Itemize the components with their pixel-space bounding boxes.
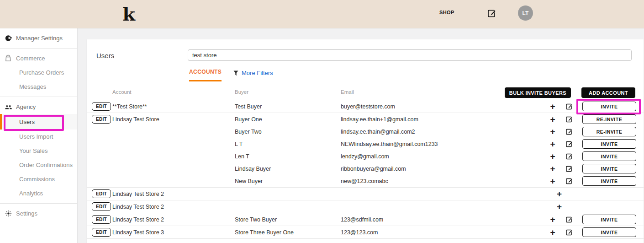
edit-button[interactable]: EDIT: [92, 215, 111, 224]
sidebar-item-commissions[interactable]: Commissions: [0, 172, 77, 186]
account-group-row: EDIT Lindsay Test Store 2 Store Two Buye…: [87, 213, 644, 226]
edit-note-icon[interactable]: [561, 165, 577, 173]
search-input[interactable]: [188, 49, 632, 61]
sidebar-item-purchase-orders[interactable]: Purchase Orders: [0, 65, 77, 80]
account-name: **Test Store**: [112, 100, 235, 113]
invite-button[interactable]: RE-INVITE: [582, 114, 636, 124]
edit-button[interactable]: EDIT: [92, 115, 111, 124]
edit-button[interactable]: EDIT: [92, 102, 111, 111]
buyer-name: L T: [235, 141, 341, 147]
buyer-row: Buyer Two lindsay.ee.thain@gmail.com2 + …: [235, 125, 644, 138]
plus-icon[interactable]: +: [550, 164, 555, 173]
plus-icon[interactable]: +: [550, 152, 555, 161]
account-name: Lindsay Test Store 2: [112, 188, 235, 200]
buyer-name: Buyer One: [235, 116, 341, 123]
shopping-bag-icon: [5, 54, 12, 62]
buyer-row: New Buyer new@123.comabc + INVITE: [235, 175, 644, 187]
sidebar-item-label: Settings: [16, 210, 37, 217]
invite-button[interactable]: INVITE: [582, 227, 636, 237]
plus-icon[interactable]: +: [550, 215, 555, 224]
plus-icon[interactable]: +: [550, 228, 555, 237]
sidebar-section: CommercePurchase OrdersMessages: [0, 49, 77, 97]
edit-note-icon[interactable]: [561, 152, 577, 160]
plus-icon[interactable]: +: [557, 189, 562, 198]
invite-button[interactable]: INVITE: [582, 215, 636, 224]
buyer-email: 123@sdfmil.com: [341, 216, 544, 223]
plus-icon[interactable]: +: [550, 115, 555, 124]
more-filters-button[interactable]: More Filters: [233, 70, 273, 76]
edit-note-icon[interactable]: [561, 140, 577, 148]
edit-note-icon[interactable]: [561, 216, 577, 223]
buyer-row: L T NEWlindsay.ee.thain@gmail.com1233 + …: [235, 138, 644, 150]
sidebar-item-label: Analytics: [19, 190, 43, 197]
tab-accounts[interactable]: ACCOUNTS: [189, 69, 222, 81]
column-header-account: Account: [112, 89, 132, 95]
edit-note-icon[interactable]: [561, 128, 577, 135]
sidebar-item-agency[interactable]: Agency: [0, 100, 77, 114]
edit-button[interactable]: EDIT: [92, 189, 111, 198]
sidebar-item-label: Commerce: [16, 55, 45, 62]
plus-icon[interactable]: +: [550, 140, 555, 148]
sidebar-section: AgencyUsersUsers ImportYour SalesOrder C…: [0, 97, 77, 204]
sidebar-item-analytics[interactable]: Analytics: [0, 186, 77, 200]
sidebar-item-messages[interactable]: Messages: [0, 80, 77, 94]
invite-button[interactable]: RE-INVITE: [582, 127, 636, 136]
buyer-row: Store Three Buyer One 123@123.com + INVI…: [235, 226, 644, 238]
plus-icon[interactable]: +: [550, 177, 555, 185]
sidebar-item-your-sales[interactable]: Your Sales: [0, 144, 77, 158]
invite-button[interactable]: INVITE: [582, 139, 636, 149]
sidebar: Manager SettingsCommercePurchase OrdersM…: [0, 28, 78, 243]
compose-icon[interactable]: [487, 8, 497, 18]
filter-icon: [233, 70, 238, 76]
page-title: Users: [96, 52, 114, 59]
people-icon: [5, 103, 12, 111]
add-account-button[interactable]: ADD ACCOUNT: [581, 87, 635, 98]
buyer-name: Lindsay Buyer: [235, 166, 341, 172]
buyer-rows: [235, 188, 644, 200]
account-group-row: EDIT Lindsay Test Store 2 +: [87, 188, 644, 200]
account-group-row: EDIT Lindsay Test Store 2 +: [87, 200, 644, 213]
sidebar-item-label: Your Sales: [19, 147, 48, 154]
invite-button[interactable]: INVITE: [582, 164, 636, 173]
bulk-invite-buyers-button[interactable]: BULK INVITE BUYERS: [505, 87, 571, 98]
buyer-email: NEWlindsay.ee.thain@gmail.com1233: [341, 141, 544, 147]
sidebar-item-settings[interactable]: Settings: [0, 206, 77, 221]
gear-icon: [5, 210, 12, 217]
buyer-email: lindsay.ee.thain+1@gmail.com: [341, 116, 544, 123]
edit-note-icon[interactable]: [561, 177, 577, 185]
brand-logo[interactable]: k: [120, 3, 138, 25]
invite-button[interactable]: INVITE: [582, 102, 636, 111]
plus-icon[interactable]: +: [550, 127, 555, 136]
invite-button[interactable]: INVITE: [582, 151, 636, 161]
invite-button[interactable]: INVITE: [582, 176, 636, 186]
shop-link[interactable]: SHOP: [439, 10, 454, 15]
buyer-email: ribbonbuyera@gmail.com: [341, 166, 544, 172]
table-body: EDIT **Test Store** Test Buyer buyer@tes…: [87, 100, 644, 239]
edit-note-icon[interactable]: [561, 103, 577, 110]
column-header-email: Email: [341, 89, 354, 95]
sidebar-section: Manager Settings: [0, 28, 77, 49]
page: k SHOP LT Manager SettingsCommercePurcha…: [0, 0, 644, 243]
buyer-email: 123@123.com: [341, 229, 544, 236]
plus-icon[interactable]: +: [550, 102, 555, 111]
sidebar-item-commerce[interactable]: Commerce: [0, 51, 77, 65]
edit-note-icon[interactable]: [561, 228, 577, 236]
buyer-rows: Buyer One lindsay.ee.thain+1@gmail.com +…: [235, 113, 644, 187]
manager-settings-icon: [5, 34, 12, 42]
avatar[interactable]: LT: [518, 5, 533, 21]
sidebar-item-users[interactable]: Users: [0, 114, 77, 130]
edit-note-icon[interactable]: [561, 115, 577, 123]
more-filters-label: More Filters: [242, 70, 273, 76]
buyer-row: Store Two Buyer 123@sdfmil.com + INVITE: [235, 213, 644, 226]
buyer-name: Buyer Two: [235, 129, 341, 135]
buyer-rows: Test Buyer buyer@teststore.com + INVITE: [235, 100, 644, 113]
plus-icon[interactable]: +: [557, 202, 562, 211]
buyer-row: Len T lendzy@gmail.com + INVITE: [235, 150, 644, 162]
sidebar-item-order-confirmations[interactable]: Order Confirmations: [0, 158, 77, 172]
sidebar-item-users-import[interactable]: Users Import: [0, 130, 77, 144]
main-card: Users ACCOUNTS More Filters Account Buye…: [87, 39, 644, 243]
edit-button[interactable]: EDIT: [92, 202, 111, 211]
account-group-row: EDIT Lindsay Test Store Buyer One lindsa…: [87, 113, 644, 188]
edit-button[interactable]: EDIT: [92, 228, 111, 237]
sidebar-item-manager-settings[interactable]: Manager Settings: [0, 31, 77, 45]
